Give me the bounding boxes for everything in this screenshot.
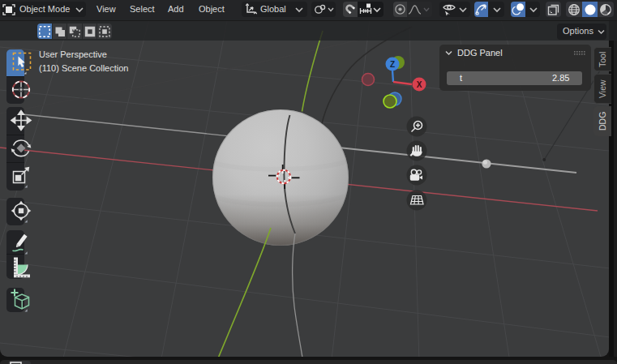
svg-text:Z: Z [390,60,395,69]
svg-text:X: X [417,80,422,89]
